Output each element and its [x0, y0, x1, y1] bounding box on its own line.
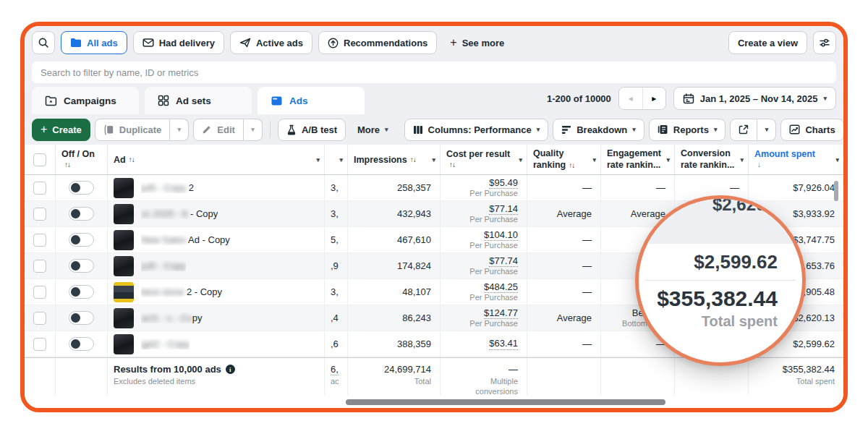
row-checkbox[interactable] [33, 286, 46, 299]
info-icon[interactable]: i [226, 365, 235, 374]
filter-recommendations[interactable]: Recommendations [318, 31, 437, 54]
cost-per-result-value[interactable]: $63.41 [489, 338, 518, 350]
row-checkbox[interactable] [33, 208, 46, 221]
chevron-down-icon[interactable]: ▾ [519, 156, 522, 163]
lens-amount-mid: $2,599.62 [694, 251, 778, 273]
header-results-clipped[interactable]: ▾ [324, 145, 347, 174]
create-button[interactable]: + Create [32, 119, 90, 141]
ad-cell[interactable]: New Sales Ad - Copy [107, 227, 324, 252]
cost-per-result-cell: $104.10 Per Purchase [440, 227, 527, 252]
results-value: 3,507 [331, 208, 339, 219]
quality-ranking-cell: — [527, 279, 600, 305]
cost-per-result-value[interactable]: $124.77 [484, 307, 518, 320]
ad-toggle[interactable] [69, 259, 94, 273]
ads-card-icon [271, 95, 283, 106]
chevron-down-icon[interactable]: ▾ [835, 156, 839, 163]
ad-toggle[interactable] [69, 337, 94, 351]
cost-per-result-value[interactable]: $77.14 [489, 203, 518, 216]
edit-dropdown-button[interactable]: ▾ [244, 119, 263, 141]
ad-cell[interactable]: jul5 - Copy [107, 253, 324, 278]
ad-toggle[interactable] [69, 233, 94, 247]
duplicate-dropdown-button[interactable]: ▾ [170, 119, 189, 141]
chevron-down-icon[interactable]: ▾ [339, 156, 343, 163]
ad-name-blurred: New Sales [141, 234, 186, 245]
prev-page-button[interactable]: ◂ [619, 88, 642, 109]
ad-name[interactable]: gpt2 - Copy [141, 339, 190, 349]
ad-name[interactable]: jul5 - Copy 2 [141, 182, 194, 193]
chevron-down-icon[interactable]: ▾ [432, 156, 435, 163]
ad-name[interactable]: best clone 2 - Copy [141, 286, 222, 297]
ad-toggle[interactable] [69, 311, 94, 325]
row-checkbox[interactable] [33, 234, 46, 247]
cost-per-result-value[interactable]: $484.25 [484, 281, 518, 294]
charts-button[interactable]: Charts [780, 119, 843, 141]
header-select-all[interactable] [25, 145, 55, 174]
footer-results-total: 6,374 acco... [324, 358, 347, 397]
ab-test-button[interactable]: A/B test [278, 119, 346, 141]
ad-cell[interactable]: vc 2025 - 6 - Copy [107, 201, 324, 226]
chevron-down-icon[interactable]: ▾ [316, 156, 320, 163]
header-off-on[interactable]: Off / On↑↓ [55, 145, 107, 174]
search-button[interactable] [32, 31, 55, 54]
ad-name[interactable]: act1 - s - Copy [141, 312, 203, 323]
header-impressions[interactable]: Impressions↑↓ ▾ [347, 145, 440, 174]
header-conversion-ranking[interactable]: Conversionrate rankin... ▾ [674, 145, 748, 174]
create-a-view-button[interactable]: Create a view [728, 31, 807, 54]
ad-cell[interactable]: jul5 - Copy 2 [107, 175, 324, 200]
next-page-button[interactable]: ▸ [642, 88, 665, 109]
reports-button[interactable]: Reports ▾ [649, 119, 726, 141]
tab-ads[interactable]: Ads [258, 87, 365, 114]
cost-per-result-value[interactable]: $104.10 [484, 229, 518, 242]
toggle-knob [71, 287, 80, 297]
filter-had-delivery[interactable]: Had delivery [133, 31, 224, 54]
search-input[interactable] [32, 61, 836, 83]
tab-campaigns[interactable]: Campaigns [32, 87, 139, 114]
filter-all-ads[interactable]: All ads [61, 31, 127, 54]
cost-per-result-cell: $77.74 Per Purchase [440, 253, 527, 278]
ad-thumbnail [114, 334, 134, 354]
more-button[interactable]: More ▾ [350, 118, 396, 141]
ad-toggle[interactable] [69, 207, 94, 221]
header-quality-ranking[interactable]: Qualityranking↑↓ ▾ [527, 145, 600, 174]
chevron-down-icon[interactable]: ▾ [666, 156, 670, 163]
ad-cell[interactable]: best clone 2 - Copy [107, 279, 324, 305]
row-checkbox[interactable] [33, 260, 46, 273]
tab-ad-sets[interactable]: Ad sets [145, 87, 252, 114]
ad-name[interactable]: New Sales Ad - Copy [141, 234, 230, 245]
results-total-value[interactable]: 6,374 [331, 364, 339, 375]
impressions-cell: 258,357 [347, 175, 440, 200]
ad-cell[interactable]: gpt2 - Copy [107, 331, 324, 357]
ad-cell[interactable]: act1 - s - Copy [107, 305, 324, 331]
select-all-checkbox[interactable] [33, 153, 46, 166]
export-dropdown-button[interactable]: ▾ [757, 119, 776, 141]
cost-per-result-value[interactable]: $77.74 [489, 255, 518, 268]
ad-name[interactable]: vc 2025 - 6 - Copy [141, 208, 218, 219]
quality-ranking-cell: Average [527, 305, 600, 331]
see-more-button[interactable]: + See more [443, 31, 511, 54]
columns-button[interactable]: Columns: Performance ▾ [404, 119, 549, 141]
row-checkbox[interactable] [33, 338, 46, 351]
row-checkbox[interactable] [33, 182, 46, 195]
filter-active-ads[interactable]: Active ads [230, 31, 312, 54]
ad-toggle[interactable] [69, 181, 94, 195]
horizontal-scrollbar[interactable] [346, 399, 665, 405]
row-checkbox[interactable] [33, 312, 46, 325]
ad-toggle[interactable] [69, 285, 94, 299]
duplicate-button[interactable]: Duplicate [95, 119, 171, 141]
cost-per-result-value[interactable]: $95.49 [489, 177, 518, 190]
export-button[interactable] [730, 119, 757, 141]
envelope-icon [142, 38, 154, 48]
vertical-scrollbar[interactable] [834, 181, 838, 201]
ad-name[interactable]: jul5 - Copy [141, 260, 186, 271]
view-settings-button[interactable] [813, 31, 836, 54]
chevron-down-icon[interactable]: ▾ [740, 156, 744, 163]
header-amount-spent[interactable]: Amount spent↓ ▾ [748, 145, 843, 174]
header-engagement-ranking[interactable]: Engagementrate rankin... ▾ [600, 145, 674, 174]
header-ad[interactable]: Ad↑↓ ▾ [107, 145, 324, 174]
breakdown-button[interactable]: Breakdown ▾ [553, 119, 644, 141]
chevron-down-icon[interactable]: ▾ [592, 156, 596, 163]
filter-bar: All ads Had delivery Active ads Recommen… [25, 26, 843, 59]
date-range-button[interactable]: Jan 1, 2025 – Nov 14, 2025 ▾ [673, 87, 836, 110]
edit-button[interactable]: Edit [193, 119, 244, 141]
header-cost-per-result[interactable]: Cost per result↑↓ ▾ [440, 145, 527, 174]
